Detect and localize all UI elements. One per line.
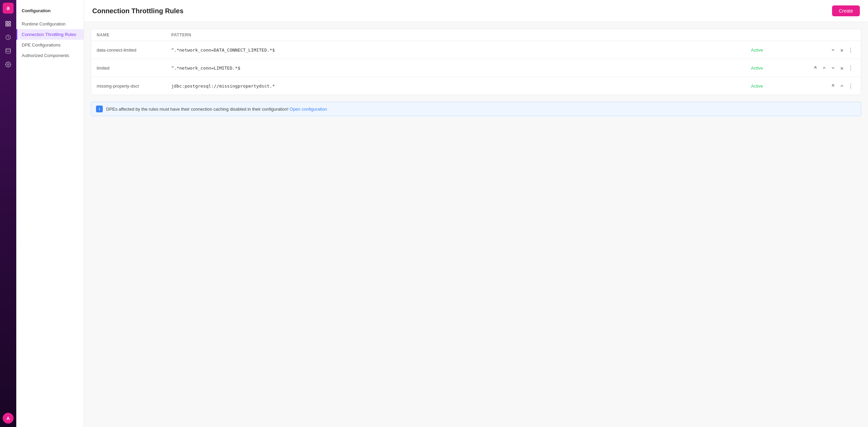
move-up-button[interactable] — [838, 82, 846, 90]
svg-rect-0 — [6, 21, 7, 23]
svg-point-6 — [7, 64, 9, 66]
row-1-name: data-connect-limited — [97, 48, 171, 53]
col-header-name: Name — [97, 33, 171, 37]
row-3-controls — [805, 82, 846, 90]
row-3-name: missing-property-dsct — [97, 83, 171, 89]
row-2-controls — [805, 64, 846, 72]
move-first-button[interactable] — [829, 82, 837, 90]
svg-rect-3 — [9, 24, 11, 26]
nav-settings[interactable] — [2, 58, 14, 71]
row-2-name: limited — [97, 66, 171, 71]
row-1-more: ⋮ — [846, 45, 855, 55]
main-content: Connection Throttling Rules Create Name … — [84, 0, 868, 427]
rules-table: Name Pattern data-connect-limited ^.*net… — [91, 29, 861, 95]
col-header-status — [760, 33, 815, 37]
col-header-pattern: Pattern — [171, 33, 760, 37]
nav-clock[interactable] — [2, 31, 14, 43]
sidebar: Configuration Runtime Configuration Conn… — [16, 0, 84, 427]
open-configuration-link[interactable]: Open configuration — [290, 107, 327, 112]
row-3-more: ⋮ — [846, 81, 855, 91]
svg-point-5 — [6, 49, 11, 50]
info-banner: i DPEs affected by the rules must have t… — [91, 102, 861, 116]
table-row: data-connect-limited ^.*network_conn=DAT… — [91, 41, 861, 59]
info-icon: i — [96, 106, 103, 112]
icon-bar: a A — [0, 0, 16, 427]
row-1-status: Active — [751, 48, 805, 53]
info-text: DPEs affected by the rules must have the… — [106, 107, 327, 112]
user-avatar[interactable]: A — [2, 412, 14, 424]
move-first-button[interactable] — [811, 64, 819, 72]
row-2-status: Active — [751, 66, 805, 71]
more-options-button[interactable]: ⋮ — [846, 81, 855, 91]
page-title: Connection Throttling Rules — [92, 7, 184, 15]
svg-rect-1 — [9, 21, 11, 23]
app-logo[interactable]: a — [3, 3, 14, 14]
sidebar-item-authorized-components[interactable]: Authorized Components — [16, 50, 84, 61]
nav-database[interactable] — [2, 45, 14, 57]
more-options-button[interactable]: ⋮ — [846, 63, 855, 73]
table-header: Name Pattern — [91, 29, 861, 41]
sidebar-item-dpe-configurations[interactable]: DPE Configurations — [16, 40, 84, 50]
sidebar-title: Configuration — [16, 5, 84, 19]
row-1-controls — [805, 46, 846, 54]
sidebar-item-runtime-config[interactable]: Runtime Configuration — [16, 19, 84, 29]
move-last-button[interactable] — [838, 64, 846, 72]
move-last-button[interactable] — [838, 46, 846, 54]
row-1-pattern: ^.*network_conn=DATA_CONNECT_LIMITED.*$ — [171, 48, 751, 53]
row-3-pattern: jdbc:postgresql://missingpropertydsct.* — [171, 83, 751, 89]
row-2-pattern: ^.*network_conn=LIMITED.*$ — [171, 66, 751, 71]
row-2-more: ⋮ — [846, 63, 855, 73]
main-header: Connection Throttling Rules Create — [84, 0, 868, 22]
status-badge: Active — [751, 48, 763, 53]
sidebar-item-connection-throttling[interactable]: Connection Throttling Rules — [16, 29, 84, 40]
status-badge: Active — [751, 83, 763, 89]
svg-rect-2 — [6, 24, 7, 26]
status-badge: Active — [751, 66, 763, 71]
create-button[interactable]: Create — [832, 5, 860, 16]
col-header-controls — [815, 33, 855, 37]
table-row: missing-property-dsct jdbc:postgresql://… — [91, 77, 861, 95]
more-options-button[interactable]: ⋮ — [846, 45, 855, 55]
move-up-button[interactable] — [820, 64, 828, 72]
row-3-status: Active — [751, 83, 805, 89]
move-down-button[interactable] — [829, 46, 837, 54]
move-down-button[interactable] — [829, 64, 837, 72]
nav-home[interactable] — [2, 18, 14, 30]
table-row: limited ^.*network_conn=LIMITED.*$ Activ… — [91, 59, 861, 77]
